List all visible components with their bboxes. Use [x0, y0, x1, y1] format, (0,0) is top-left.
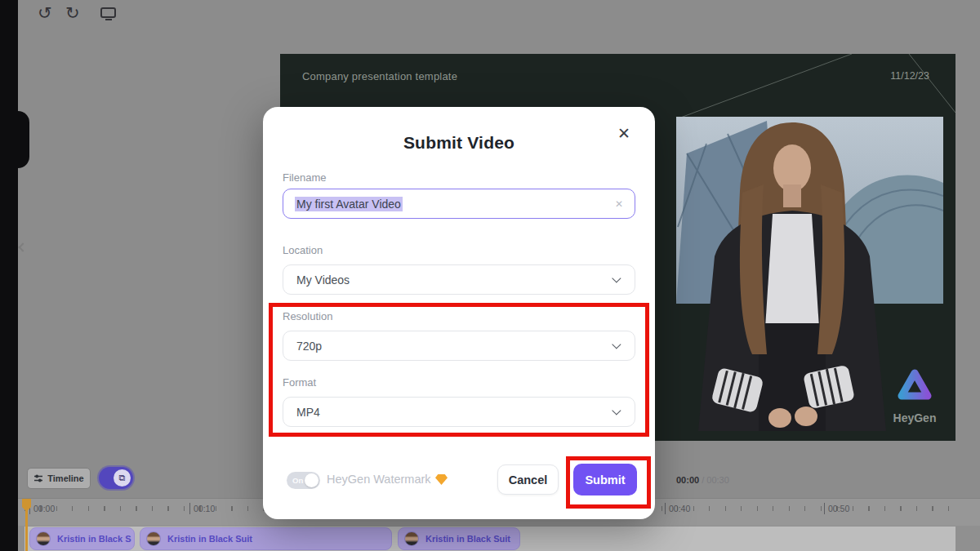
heygen-watermark-logo: HeyGen — [893, 373, 937, 424]
time-display: 00:00 / 00:30 — [676, 475, 729, 485]
format-label: Format — [283, 376, 316, 389]
time-separator: / — [699, 475, 706, 485]
resolution-select[interactable]: 720p — [283, 331, 635, 361]
modal-title: Submit Video — [263, 133, 655, 153]
timeline-sliders-icon — [33, 473, 43, 483]
present-monitor-icon[interactable] — [100, 7, 116, 18]
timeline-clip[interactable]: Kristin in Black Suit — [398, 527, 520, 550]
clip-avatar-thumbnail — [404, 531, 419, 546]
submit-button[interactable]: Submit — [573, 464, 637, 495]
watermark-label: HeyGen Watermark — [327, 473, 431, 486]
scenes-view-toggle[interactable]: ⧉ — [99, 467, 133, 489]
watermark-toggle[interactable]: On — [287, 472, 320, 489]
scenes-icon: ⧉ — [119, 473, 126, 483]
ruler-label: 00:40 — [665, 503, 690, 514]
location-value: My Videos — [296, 273, 350, 287]
filename-value: My first Avatar Video — [295, 197, 403, 211]
resolution-label: Resolution — [283, 310, 332, 322]
clip-avatar-thumbnail — [146, 531, 161, 546]
filename-label: Filename — [283, 171, 326, 184]
premium-diamond-icon — [435, 474, 448, 485]
location-label: Location — [283, 244, 323, 256]
left-sidebar-rail — [0, 0, 18, 551]
clip-avatar-thumbnail — [36, 531, 51, 546]
location-select[interactable]: My Videos — [283, 264, 635, 295]
cancel-button[interactable]: Cancel — [497, 464, 559, 495]
editor-canvas: ↺ ↻ — [0, 0, 980, 551]
clip-label: Kristin in Black Suit — [425, 534, 510, 544]
ruler-label: 00:10 — [189, 503, 215, 514]
chevron-down-icon — [612, 340, 621, 349]
time-total: 00:30 — [706, 475, 729, 485]
slide-date: 11/12/23 — [890, 70, 929, 82]
ruler-label: 00:00 — [29, 503, 55, 514]
submit-video-modal: Submit Video ✕ Filename My first Avatar … — [263, 107, 655, 519]
sidebar-collapse-tab[interactable] — [0, 111, 29, 168]
resolution-value: 720p — [296, 340, 322, 353]
heygen-watermark-text: HeyGen — [893, 411, 937, 424]
format-select[interactable]: MP4 — [283, 397, 635, 427]
timeline-clip[interactable]: Kristin in Black S — [29, 527, 135, 550]
ruler-label: 00:50 — [824, 503, 849, 514]
format-value: MP4 — [296, 406, 320, 419]
timeline-clip[interactable]: Kristin in Black Suit — [140, 527, 392, 550]
chevron-down-icon — [612, 406, 621, 415]
clip-label: Kristin in Black S — [57, 534, 131, 544]
undo-icon[interactable]: ↺ — [38, 2, 52, 24]
clear-input-icon[interactable]: ✕ — [615, 198, 623, 210]
chevron-down-icon — [612, 273, 621, 282]
watermark-toggle-state: On — [292, 476, 303, 485]
scenes-toggle-knob: ⧉ — [114, 469, 131, 487]
close-icon[interactable]: ✕ — [617, 125, 630, 143]
slide-title: Company presentation template — [302, 70, 457, 82]
chevron-left-icon — [18, 242, 27, 251]
clip-label: Kristin in Black Suit — [167, 534, 252, 544]
redo-icon[interactable]: ↻ — [65, 2, 80, 24]
timeline-button[interactable]: Timeline — [27, 468, 91, 489]
watermark-toggle-knob — [305, 473, 318, 487]
time-current: 00:00 — [676, 475, 699, 485]
filename-input[interactable]: My first Avatar Video ✕ — [283, 189, 635, 219]
timeline-button-label: Timeline — [47, 473, 83, 483]
